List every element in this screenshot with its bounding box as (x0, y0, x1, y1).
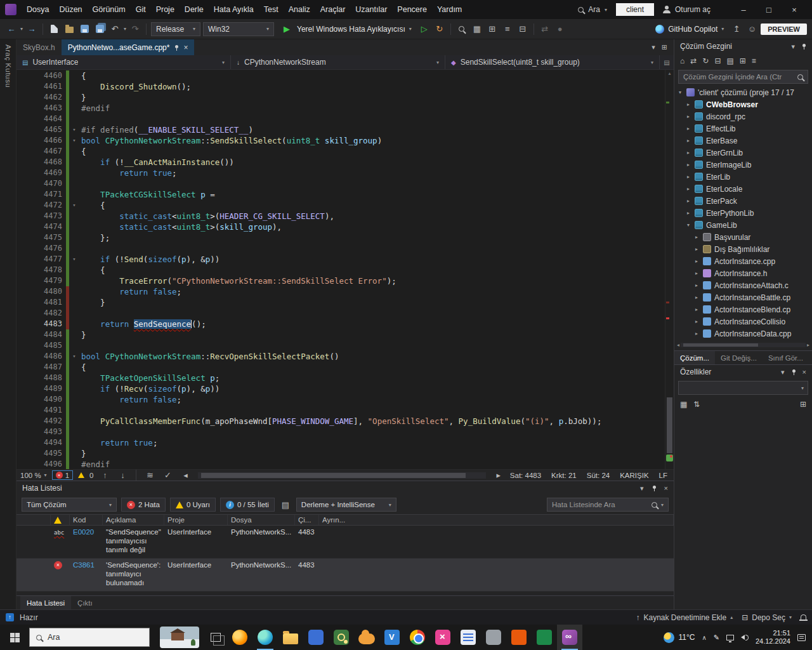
window-position-chevron-icon[interactable]: ▾ (640, 484, 644, 493)
code-text[interactable]: } (79, 92, 86, 103)
code-text[interactable]: static_cast<uint8_t>(skill_group), (79, 222, 282, 232)
code-text[interactable]: { (79, 70, 86, 81)
code-text[interactable]: } (79, 448, 86, 459)
taskbar-app-doc-app[interactable] (455, 625, 481, 650)
expander-icon[interactable]: ▸ (693, 282, 700, 288)
code-line[interactable]: 4485 (16, 340, 665, 351)
weather-tray-item[interactable]: 11°C (664, 632, 695, 643)
code-line[interactable]: 4462} (16, 92, 665, 103)
home-icon[interactable]: ⌂ (680, 56, 684, 65)
code-line[interactable]: 4490 return false; (16, 394, 665, 405)
bookmark-button[interactable]: ⊟ (516, 22, 529, 36)
column-header-3[interactable]: Dosya (228, 515, 295, 525)
tree-item-2[interactable]: ▸discord_rpc (674, 110, 812, 123)
scrollbar-thumb[interactable] (667, 397, 672, 453)
column-indicator[interactable]: Süt: 24 (587, 472, 610, 479)
menu-item-11[interactable]: Pencere (392, 3, 432, 17)
expander-icon[interactable]: ▾ (685, 222, 691, 228)
expander-icon[interactable]: ▸ (693, 307, 700, 312)
taskbar-app-edge[interactable] (252, 625, 278, 650)
code-text[interactable] (79, 427, 81, 437)
undo-chevron-icon[interactable]: ▾ (124, 26, 126, 32)
error-code-link[interactable]: E0020 (70, 526, 103, 538)
clock[interactable]: 21:51 24.12.2024 (756, 629, 790, 646)
breakpoint-margin[interactable] (16, 168, 25, 178)
code-line[interactable]: 4474 static_cast<uint8_t>(skill_group), (16, 222, 665, 232)
solution-hscrollbar[interactable]: ◂ ▸ (677, 342, 809, 348)
breakpoint-margin[interactable] (16, 243, 25, 254)
solution-configuration-dropdown[interactable]: Release ▾ (151, 22, 200, 36)
new-file-button[interactable] (48, 22, 60, 36)
errors-filter-button[interactable]: × 2 Hata (121, 498, 166, 512)
breakpoint-margin[interactable] (16, 427, 25, 437)
code-text[interactable]: #endif (79, 103, 110, 114)
tree-item-12[interactable]: ▸Başvurular (674, 231, 812, 243)
code-text[interactable]: return false; (79, 286, 181, 297)
zoom-dropdown[interactable]: 100 % ▾ (20, 472, 47, 479)
tab-options-icon[interactable]: ⊞ (662, 43, 667, 51)
code-line[interactable]: 4465▾#if defined(__ENABLE_SKILL_SELECT__… (16, 124, 665, 135)
fold-marker[interactable]: ▾ (69, 254, 79, 265)
code-text[interactable]: { (79, 265, 105, 275)
error-row-0[interactable]: abcE0020"SendSequence" tanımlayıcısı tan… (16, 526, 674, 559)
breakpoint-margin[interactable] (16, 373, 25, 383)
find-in-files-button[interactable] (455, 22, 468, 36)
code-text[interactable]: #endif (79, 459, 110, 469)
expander-icon[interactable]: ▸ (685, 114, 691, 119)
taskbar-app-keepass[interactable] (329, 625, 354, 650)
breakpoint-margin[interactable] (16, 200, 25, 211)
code-line[interactable]: 4464 (16, 114, 665, 124)
maximize-button[interactable]: □ (756, 0, 782, 19)
right-panel-tab-0[interactable]: Çözüm... (674, 351, 715, 364)
menu-item-0[interactable]: Dosya (22, 3, 54, 17)
code-text[interactable]: if (!Send(sizeof(p), &p)) (79, 254, 219, 265)
taskbar-app-chrome[interactable] (405, 625, 430, 650)
code-line[interactable]: 4489 if (!Recv(sizeof(p), &p)) (16, 383, 665, 394)
error-indicator-button[interactable]: × 1 (52, 470, 73, 480)
tree-item-14[interactable]: ▸ActorInstance.cpp (674, 255, 812, 267)
code-line[interactable]: 4469 return true; (16, 168, 665, 178)
breakpoint-margin[interactable] (16, 189, 25, 200)
code-line[interactable]: 4480 return false; (16, 286, 665, 297)
code-text[interactable]: static_cast<uint8_t>(HEADER_CG_SKILL_SEL… (79, 211, 334, 222)
warnings-filter-button[interactable]: 0 Uyarı (170, 498, 216, 512)
scroll-up-icon[interactable]: ▴ (665, 70, 674, 76)
menu-item-6[interactable]: Hata Ayıkla (209, 3, 259, 17)
code-text[interactable]: } (79, 329, 86, 340)
start-debugging-button[interactable]: ▶ Yerel Windows Hata Ayıklayıcısı ▾ (277, 22, 416, 37)
window-position-chevron-icon[interactable]: ▾ (781, 368, 785, 376)
start-without-debugging-button[interactable]: ▷ (418, 22, 431, 36)
code-editor[interactable]: 4460{4461 Discord_Shutdown();4462}4463#e… (16, 70, 674, 469)
right-panel-tab-1[interactable]: Git Değiş... (715, 351, 763, 364)
menu-item-5[interactable]: Derle (180, 3, 209, 17)
fold-marker[interactable]: ▾ (69, 200, 79, 211)
feedback-button[interactable]: ☺ (745, 22, 758, 36)
code-text[interactable] (79, 340, 81, 351)
tree-item-16[interactable]: ▸ActorInstanceAttach.c (674, 279, 812, 291)
code-line[interactable]: 4478 { (16, 265, 665, 275)
switch-views-icon[interactable]: ⇄ (690, 56, 697, 65)
tree-item-0[interactable]: ▾'client' çözümü (proje 17 / 17 (674, 86, 812, 98)
tree-item-5[interactable]: ▸EterGrnLib (674, 147, 812, 159)
taskbar-app-pink-app[interactable] (430, 625, 455, 650)
taskbar-app-gray-app[interactable] (481, 625, 506, 650)
code-line[interactable]: 4460{ (16, 70, 665, 81)
redo-button[interactable]: ↷ (129, 22, 141, 36)
code-line[interactable]: 4482 (16, 308, 665, 319)
attach-process-button[interactable]: ⇄ (539, 22, 551, 36)
pin-icon[interactable] (801, 44, 806, 49)
tree-item-13[interactable]: ▸Dış Bağımlılıklar (674, 243, 812, 255)
breakpoint-margin[interactable] (16, 329, 25, 340)
github-copilot-button[interactable]: GitHub Copilot ▾ (652, 22, 728, 37)
breakpoint-margin[interactable] (16, 178, 25, 189)
open-file-button[interactable] (63, 22, 75, 36)
breakpoint-margin[interactable] (16, 405, 25, 416)
volume-tray-icon[interactable] (741, 635, 749, 640)
expander-icon[interactable]: ▸ (685, 162, 691, 168)
hscrollbar-thumb[interactable] (683, 343, 758, 347)
tree-item-9[interactable]: ▸EterPack (674, 195, 812, 207)
code-text[interactable]: { (79, 362, 86, 373)
breakpoint-margin[interactable] (16, 114, 25, 124)
expander-icon[interactable]: ▸ (693, 319, 700, 324)
taskbar-app-orange-app[interactable] (506, 625, 532, 650)
